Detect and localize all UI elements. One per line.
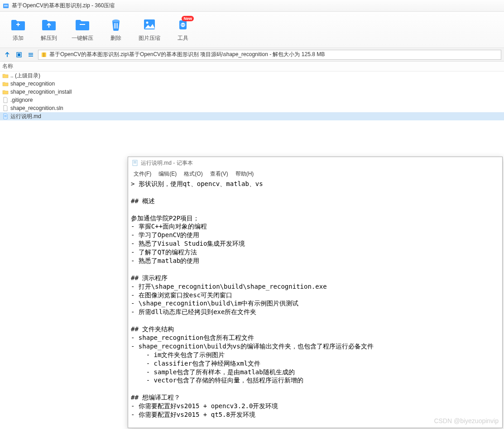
menu-view[interactable]: 查看(V) — [207, 169, 231, 179]
menu-help[interactable]: 帮助(H) — [233, 169, 257, 179]
menu-edit[interactable]: 编辑(E) — [156, 169, 179, 179]
notepad-window: 运行说明.md - 记事本 文件(F) 编辑(E) 格式(O) 查看(V) 帮助… — [128, 157, 503, 428]
column-name: 名称 — [2, 62, 13, 70]
delete-label: 删除 — [110, 34, 121, 42]
delete-icon — [108, 17, 124, 32]
svg-rect-1 — [4, 5, 8, 5]
svg-rect-20 — [43, 52, 44, 57]
oneclick-icon — [74, 17, 91, 32]
image-compress-button[interactable]: 图片压缩 — [139, 17, 160, 42]
md-file-icon — [2, 113, 9, 119]
notepad-content[interactable]: > 形状识别，使用qt、opencv、matlab、vs ## 概述 参加通信学… — [128, 179, 502, 420]
view-mode-button[interactable] — [14, 50, 24, 59]
file-name: shape_recognition.sln — [10, 105, 63, 111]
menu-file[interactable]: 文件(F) — [131, 169, 154, 179]
svg-rect-2 — [4, 6, 8, 6]
notepad-title: 运行说明.md - 记事本 — [141, 159, 193, 167]
menu-format[interactable]: 格式(O) — [181, 169, 205, 179]
file-row-folder[interactable]: shape_recognition_install — [0, 88, 504, 96]
notepad-title-bar[interactable]: 运行说明.md - 记事本 — [128, 157, 502, 169]
oneclick-label: 一键解压 — [72, 34, 93, 42]
file-icon — [2, 105, 9, 111]
file-list: .. (上级目录) shape_recognition shape_recogn… — [0, 72, 504, 120]
notepad-icon — [132, 160, 138, 166]
svg-rect-17 — [29, 54, 33, 55]
svg-rect-22 — [5, 116, 7, 116]
extract-icon — [41, 17, 57, 32]
image-label: 图片压缩 — [139, 34, 160, 42]
add-icon — [10, 17, 26, 32]
svg-rect-15 — [18, 53, 20, 56]
file-icon — [2, 97, 9, 103]
file-name: 运行说明.md — [10, 113, 41, 120]
file-name: .gitignore — [10, 97, 33, 103]
folder-up-icon — [2, 72, 9, 79]
file-name: shape_recognition — [10, 81, 55, 87]
add-label: 添加 — [13, 34, 24, 42]
file-name: .. (上级目录) — [10, 72, 40, 80]
column-header[interactable]: 名称 — [0, 62, 504, 72]
app-icon — [3, 3, 9, 9]
archive-icon — [41, 52, 47, 58]
list-mode-button[interactable] — [26, 50, 35, 59]
svg-rect-27 — [134, 163, 136, 163]
folder-icon — [2, 89, 9, 95]
oneclick-extract-button[interactable]: 一键解压 — [72, 17, 93, 42]
watermark: CSDN @biyezuopinvip — [434, 417, 499, 424]
svg-rect-5 — [80, 24, 85, 25]
svg-rect-4 — [18, 23, 19, 26]
svg-rect-25 — [134, 161, 136, 162]
path-bar: 基于OpenCV的基本图形识别.zip\基于OpenCV的基本图形识别 项目源码… — [0, 48, 504, 62]
svg-rect-9 — [117, 23, 118, 29]
path-input[interactable]: 基于OpenCV的基本图形识别.zip\基于OpenCV的基本图形识别 项目源码… — [38, 50, 501, 60]
file-name: shape_recognition_install — [10, 89, 72, 95]
svg-rect-21 — [5, 115, 7, 115]
window-title: 基于OpenCV的基本图形识别.zip - 360压缩 — [12, 2, 115, 10]
tools-label: 工具 — [178, 34, 188, 42]
svg-rect-26 — [134, 162, 136, 162]
svg-rect-23 — [5, 117, 7, 117]
extract-label: 解压到 — [41, 34, 57, 42]
main-toolbar: 添加 解压到 一键解压 删除 图片压缩 New 工具 — [0, 12, 504, 48]
window-title-bar: 基于OpenCV的基本图形识别.zip - 360压缩 — [0, 0, 504, 12]
extract-to-button[interactable]: 解压到 — [41, 17, 57, 42]
folder-icon — [2, 81, 9, 87]
svg-rect-8 — [115, 23, 116, 29]
file-row-md[interactable]: 运行说明.md — [0, 112, 504, 120]
file-row-file[interactable]: shape_recognition.sln — [0, 104, 504, 112]
notepad-menu-bar: 文件(F) 编辑(E) 格式(O) 查看(V) 帮助(H) — [128, 169, 502, 179]
svg-rect-18 — [29, 56, 33, 57]
path-text: 基于OpenCV的基本图形识别.zip\基于OpenCV的基本图形识别 项目源码… — [49, 51, 325, 58]
svg-point-6 — [112, 19, 120, 22]
image-icon — [141, 17, 158, 32]
delete-button[interactable]: 删除 — [108, 17, 124, 42]
file-row-up[interactable]: .. (上级目录) — [0, 72, 504, 80]
nav-up-button[interactable] — [3, 50, 12, 59]
file-row-file[interactable]: .gitignore — [0, 96, 504, 104]
svg-rect-7 — [114, 23, 115, 29]
new-badge: New — [182, 16, 194, 21]
svg-rect-16 — [29, 53, 33, 54]
add-button[interactable]: 添加 — [10, 17, 26, 42]
tools-button[interactable]: New 工具 — [175, 17, 191, 42]
file-row-folder[interactable]: shape_recognition — [0, 80, 504, 88]
svg-point-11 — [146, 22, 149, 24]
